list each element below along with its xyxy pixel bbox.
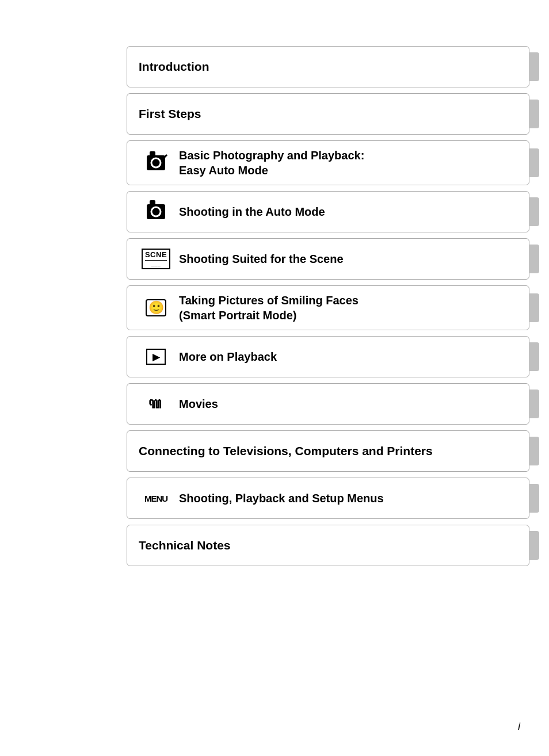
toc-item-introduction[interactable]: Introduction [127, 46, 529, 87]
toc-item-playback[interactable]: ▶ More on Playback [127, 336, 529, 377]
play-icon: ▶ [139, 349, 173, 365]
scene-icon: SCNE ___ [139, 249, 173, 269]
toc-item-auto-mode[interactable]: Shooting in the Auto Mode [127, 191, 529, 232]
tab-indicator-first-steps [529, 100, 539, 128]
tab-indicator-introduction [529, 52, 539, 81]
toc-item-easy-auto[interactable]: Basic Photography and Playback: Easy Aut… [127, 140, 529, 185]
toc-label-technical: Technical Notes [139, 530, 517, 560]
toc-item-smart-portrait[interactable]: 🙂 Taking Pictures of Smiling Faces (Smar… [127, 285, 529, 330]
toc-label-smart-portrait: Taking Pictures of Smiling Faces (Smart … [173, 286, 517, 330]
tab-indicator-scene [529, 245, 539, 273]
toc-item-technical[interactable]: Technical Notes [127, 525, 529, 566]
tab-indicator-auto-mode [529, 197, 539, 226]
toc-label-auto-mode: Shooting in the Auto Mode [173, 197, 517, 226]
toc-label-menus: Shooting, Playback and Setup Menus [173, 484, 517, 513]
camera-easy-icon [139, 155, 173, 170]
toc-label-first-steps: First Steps [139, 99, 517, 128]
tab-indicator-playback [529, 342, 539, 371]
toc-item-connecting[interactable]: Connecting to Televisions, Computers and… [127, 430, 529, 472]
tab-indicator-movies [529, 390, 539, 418]
toc-label-introduction: Introduction [139, 52, 517, 81]
toc-item-first-steps[interactable]: First Steps [127, 93, 529, 135]
toc-label-playback: More on Playback [173, 342, 517, 371]
toc-label-movies: Movies [173, 390, 517, 418]
tab-indicator-connecting [529, 437, 539, 465]
page-container: Introduction First Steps Basic Photograp… [0, 0, 549, 756]
tab-indicator-menus [529, 484, 539, 513]
toc-label-connecting: Connecting to Televisions, Computers and… [139, 436, 517, 465]
toc-item-scene[interactable]: SCNE ___ Shooting Suited for the Scene [127, 238, 529, 280]
menu-icon: MENU [139, 494, 173, 503]
movie-icon: ꧑ [139, 395, 173, 413]
toc-label-scene: Shooting Suited for the Scene [173, 245, 517, 273]
toc-item-menus[interactable]: MENU Shooting, Playback and Setup Menus [127, 478, 529, 519]
tab-indicator-smart-portrait [529, 293, 539, 322]
toc-item-movies[interactable]: ꧑ Movies [127, 383, 529, 425]
smile-icon: 🙂 [139, 299, 173, 316]
toc-label-easy-auto: Basic Photography and Playback: Easy Aut… [173, 141, 517, 185]
camera-auto-icon [139, 204, 173, 219]
tab-indicator-technical [529, 531, 539, 560]
page-number: i [518, 721, 520, 733]
toc-container: Introduction First Steps Basic Photograp… [127, 46, 529, 566]
tab-indicator-easy-auto [529, 148, 539, 177]
